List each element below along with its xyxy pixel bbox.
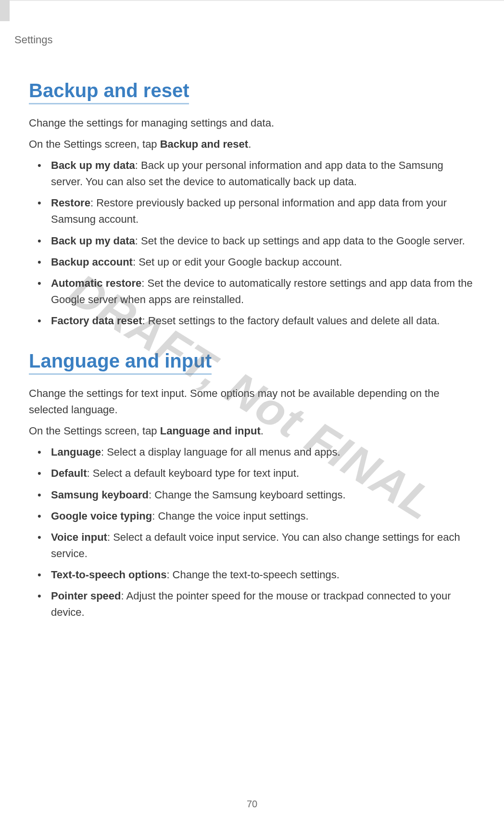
- list-item: Back up my data: Back up your personal i…: [29, 157, 475, 190]
- page-tab-decoration: [0, 0, 10, 21]
- item-term: Text-to-speech options: [51, 569, 166, 581]
- item-term: Language: [51, 446, 101, 458]
- item-desc: : Select a default keyboard type for tex…: [87, 467, 299, 479]
- item-term: Google voice typing: [51, 510, 152, 522]
- list-item: Samsung keyboard: Change the Samsung key…: [29, 487, 475, 503]
- list-item: Restore: Restore previously backed up pe…: [29, 195, 475, 228]
- list-item: Text-to-speech options: Change the text-…: [29, 567, 475, 583]
- section-backup-and-reset: Backup and reset Change the settings for…: [29, 80, 475, 329]
- item-desc: : Select a default voice input service. …: [51, 531, 460, 560]
- item-desc: : Change the voice input settings.: [152, 510, 308, 522]
- list-item: Back up my data: Set the device to back …: [29, 233, 475, 249]
- item-term: Back up my data: [51, 235, 135, 247]
- item-desc: : Set up or edit your Google backup acco…: [133, 256, 342, 268]
- section-intro-line1: Change the settings for text input. Some…: [29, 385, 475, 418]
- item-desc: : Reset settings to the factory default …: [142, 315, 440, 327]
- item-desc: : Change the Samsung keyboard settings.: [149, 489, 346, 501]
- section-title: Language and input: [29, 350, 212, 375]
- intro-prefix: On the Settings screen, tap: [29, 425, 160, 437]
- item-desc: : Restore previously backed up personal …: [51, 197, 447, 225]
- item-term: Restore: [51, 197, 90, 209]
- item-term: Back up my data: [51, 159, 135, 171]
- section-language-and-input: Language and input Change the settings f…: [29, 350, 475, 621]
- page-number: 70: [0, 799, 504, 810]
- item-term: Backup account: [51, 256, 133, 268]
- section-intro-line1: Change the settings for managing setting…: [29, 115, 475, 131]
- list-item: Voice input: Select a default voice inpu…: [29, 529, 475, 562]
- item-term: Pointer speed: [51, 590, 121, 602]
- list-item: Factory data reset: Reset settings to th…: [29, 313, 475, 329]
- intro-suffix: .: [248, 138, 251, 150]
- intro-suffix: .: [261, 425, 264, 437]
- item-term: Default: [51, 467, 87, 479]
- intro-bold: Language and input: [160, 425, 261, 437]
- page-top-rule: [10, 0, 504, 1]
- item-term: Automatic restore: [51, 277, 141, 289]
- document-page: Settings DRAFT, Not FINAL Backup and res…: [0, 0, 504, 827]
- bullet-list: Back up my data: Back up your personal i…: [29, 157, 475, 329]
- list-item: Pointer speed: Adjust the pointer speed …: [29, 588, 475, 621]
- section-intro-line2: On the Settings screen, tap Language and…: [29, 423, 475, 439]
- list-item: Default: Select a default keyboard type …: [29, 465, 475, 482]
- list-item: Language: Select a display language for …: [29, 444, 475, 460]
- item-desc: : Set the device to back up settings and…: [135, 235, 465, 247]
- list-item: Automatic restore: Set the device to aut…: [29, 275, 475, 308]
- item-desc: : Change the text-to-speech settings.: [166, 569, 340, 581]
- item-term: Voice input: [51, 531, 107, 543]
- section-title: Backup and reset: [29, 80, 189, 104]
- bullet-list: Language: Select a display language for …: [29, 444, 475, 621]
- intro-prefix: On the Settings screen, tap: [29, 138, 160, 150]
- item-term: Samsung keyboard: [51, 489, 149, 501]
- breadcrumb: Settings: [14, 34, 475, 46]
- item-desc: : Select a display language for all menu…: [101, 446, 340, 458]
- section-intro-line2: On the Settings screen, tap Backup and r…: [29, 136, 475, 153]
- list-item: Google voice typing: Change the voice in…: [29, 508, 475, 524]
- item-term: Factory data reset: [51, 315, 142, 327]
- list-item: Backup account: Set up or edit your Goog…: [29, 254, 475, 270]
- intro-bold: Backup and reset: [160, 138, 248, 150]
